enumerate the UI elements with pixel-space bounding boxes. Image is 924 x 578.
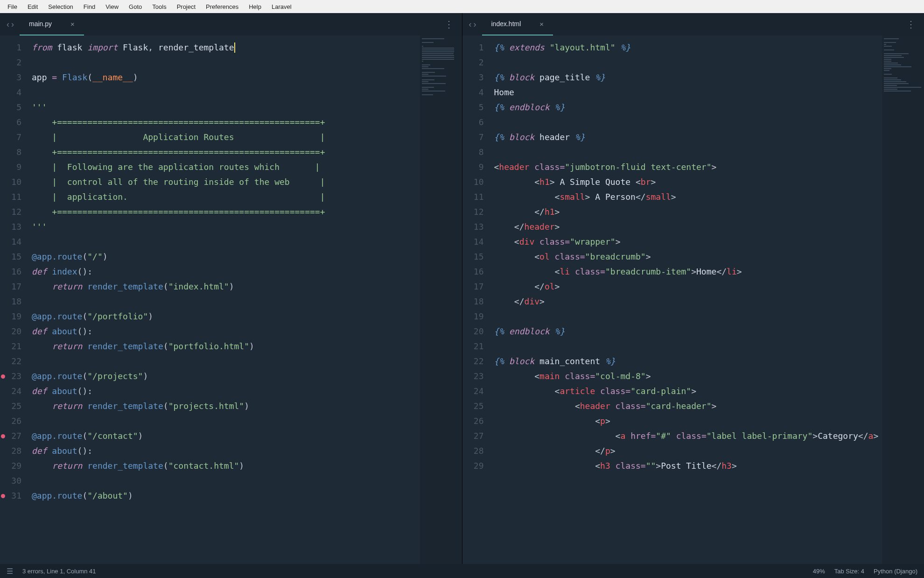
pane-right: ‹ › index.html × ⋮ 123456789101112131415…	[462, 13, 924, 564]
close-icon[interactable]: ×	[539, 20, 544, 28]
tab-index-html[interactable]: index.html ×	[482, 13, 553, 35]
more-icon[interactable]: ⋮	[440, 19, 458, 30]
editor-right[interactable]: 1234567891011121314151617181920212223242…	[462, 35, 924, 564]
tab-main-py[interactable]: main.py ×	[20, 13, 84, 35]
nav-arrows-left: ‹ ›	[4, 20, 20, 29]
menu-view[interactable]: View	[101, 2, 123, 12]
tab-label: index.html	[491, 20, 521, 28]
menu-file[interactable]: File	[3, 2, 22, 12]
close-icon[interactable]: ×	[70, 20, 75, 28]
code-left[interactable]: from flask import Flask, render_template…	[28, 35, 420, 564]
menu-preferences[interactable]: Preferences	[201, 2, 243, 12]
nav-back-icon[interactable]: ‹	[469, 20, 472, 29]
editor-left[interactable]: 1234567891011121314151617181920212223242…	[0, 35, 462, 564]
nav-arrows-right: ‹ ›	[466, 20, 482, 29]
menu-edit[interactable]: Edit	[23, 2, 42, 12]
pane-left: ‹ › main.py × ⋮ 123456789101112131415161…	[0, 13, 462, 564]
nav-back-icon[interactable]: ‹	[7, 20, 9, 29]
menu-help[interactable]: Help	[244, 2, 266, 12]
status-syntax[interactable]: Python (Django)	[874, 568, 917, 575]
minimap-left[interactable]	[420, 35, 462, 564]
gutter-right[interactable]: 1234567891011121314151617181920212223242…	[462, 35, 490, 564]
menu-tools[interactable]: Tools	[147, 2, 171, 12]
tabbar-right: ‹ › index.html × ⋮	[462, 13, 924, 35]
minimap-right[interactable]	[882, 35, 924, 564]
nav-forward-icon[interactable]: ›	[474, 20, 476, 29]
hamburger-icon[interactable]: ☰	[7, 567, 13, 576]
status-zoom[interactable]: 49%	[813, 568, 825, 575]
code-right[interactable]: {% extends "layout.html" %} {% block pag…	[490, 35, 882, 564]
tabbar-left: ‹ › main.py × ⋮	[0, 13, 462, 35]
menu-goto[interactable]: Goto	[124, 2, 147, 12]
editor-panes: ‹ › main.py × ⋮ 123456789101112131415161…	[0, 13, 924, 564]
tab-label: main.py	[29, 20, 52, 28]
menu-laravel[interactable]: Laravel	[267, 2, 296, 12]
status-errors[interactable]: 3 errors, Line 1, Column 41	[22, 568, 96, 575]
status-tab-size[interactable]: Tab Size: 4	[834, 568, 864, 575]
menu-project[interactable]: Project	[172, 2, 200, 12]
nav-forward-icon[interactable]: ›	[11, 20, 14, 29]
gutter-left[interactable]: 1234567891011121314151617181920212223242…	[0, 35, 28, 564]
menu-find[interactable]: Find	[79, 2, 100, 12]
statusbar: ☰ 3 errors, Line 1, Column 41 49% Tab Si…	[0, 564, 924, 578]
menu-selection[interactable]: Selection	[43, 2, 77, 12]
menubar: FileEditSelectionFindViewGotoToolsProjec…	[0, 0, 924, 13]
more-icon[interactable]: ⋮	[902, 19, 920, 30]
